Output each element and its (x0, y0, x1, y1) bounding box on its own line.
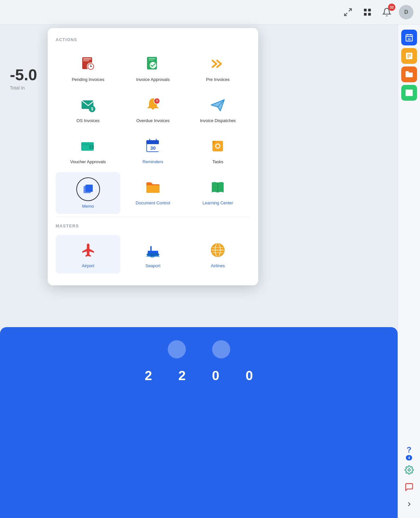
seaport-label: Seaport (145, 263, 161, 268)
reminders-icon: 30 (143, 136, 163, 156)
metric-label: Total In (10, 85, 37, 91)
actions-grid: Pending Invoices Invoice Approvals (56, 49, 250, 214)
tasks-label: Tasks (212, 159, 223, 164)
menu-item-seaport[interactable]: Seaport (120, 235, 185, 273)
pending-invoices-icon (78, 54, 98, 74)
svg-point-24 (90, 66, 91, 67)
svg-text:30: 30 (150, 145, 156, 151)
panel-num-1: 2 (145, 368, 152, 383)
menu-item-reminders[interactable]: 30 Reminders (120, 131, 185, 169)
learning-center-icon (208, 177, 228, 197)
learning-center-label: Learning Center (203, 200, 233, 205)
svg-marker-39 (211, 100, 224, 111)
menu-item-pending-invoices[interactable]: Pending Invoices (56, 49, 120, 87)
menu-item-invoice-approvals[interactable]: Invoice Approvals (120, 49, 185, 87)
sidebar-bottom: ? 4 (402, 446, 416, 518)
document-control-label: Document Control (136, 200, 170, 205)
menu-item-tasks[interactable]: Tasks (185, 131, 250, 169)
expand-button[interactable] (341, 5, 355, 19)
panel-num-2: 2 (178, 368, 185, 383)
svg-line-0 (349, 9, 351, 12)
menu-item-airlines[interactable]: Airlines (185, 235, 250, 273)
svg-point-43 (90, 146, 92, 148)
svg-rect-3 (368, 9, 371, 12)
menu-item-voucher-approvals[interactable]: Voucher Approvals (56, 131, 120, 169)
reminders-label: Reminders (143, 159, 163, 164)
sidebar-icon-book[interactable] (401, 85, 417, 101)
pre-invoices-icon (208, 54, 228, 74)
menu-item-document-control[interactable]: Document Control (120, 172, 185, 214)
sidebar-expand-button[interactable] (402, 497, 416, 511)
svg-rect-26 (149, 58, 155, 59)
document-control-icon (143, 177, 163, 197)
svg-text:$: $ (91, 107, 93, 111)
seaport-icon (143, 240, 163, 260)
invoice-dispatches-label: Invoice Dispatches (200, 118, 236, 123)
voucher-approvals-icon (78, 136, 98, 156)
voucher-approvals-label: Voucher Approvals (70, 159, 106, 164)
svg-point-36 (156, 101, 157, 102)
sidebar-chat-button[interactable] (402, 480, 416, 494)
memo-circle (76, 177, 100, 201)
sidebar-icon-note[interactable] (401, 48, 417, 64)
airport-icon (78, 240, 98, 260)
panel-num-3: 0 (212, 368, 219, 383)
notification-wrapper: 32 (380, 5, 394, 19)
notification-badge: 32 (388, 4, 395, 11)
blue-panel-numbers: 2 2 0 0 (145, 368, 253, 383)
panel-num-4: 0 (246, 368, 253, 383)
masters-section-label: MASTERS (56, 223, 250, 228)
overdue-invoices-icon (143, 95, 163, 115)
blue-dot-2 (212, 340, 230, 358)
avatar[interactable]: D (399, 5, 413, 19)
menu-item-learning-center[interactable]: Learning Center (185, 172, 250, 214)
pre-invoices-label: Pre Invoices (206, 77, 230, 82)
os-invoices-icon: $ (78, 95, 98, 115)
svg-rect-2 (364, 9, 367, 12)
svg-point-15 (408, 469, 410, 471)
blue-panel: 2 2 0 0 (0, 327, 398, 518)
svg-rect-57 (150, 246, 152, 251)
grid-button[interactable] (360, 5, 375, 19)
menu-item-memo[interactable]: Memo (56, 172, 120, 214)
svg-text:30: 30 (408, 38, 411, 41)
airlines-icon (208, 240, 228, 260)
svg-point-60 (147, 253, 159, 255)
sidebar-settings-button[interactable] (402, 463, 416, 477)
svg-rect-18 (83, 60, 89, 61)
svg-rect-45 (146, 140, 159, 144)
masters-grid: Airport Seaport (56, 235, 250, 273)
blue-dot-1 (168, 340, 186, 358)
invoice-approvals-label: Invoice Approvals (136, 77, 170, 82)
invoice-dispatches-icon (208, 95, 228, 115)
svg-rect-55 (86, 185, 93, 192)
memo-label: Memo (82, 204, 94, 209)
tasks-icon (208, 136, 228, 156)
svg-rect-4 (364, 13, 367, 15)
blue-panel-dots (168, 340, 230, 358)
actions-section-label: ACTIONS (56, 37, 250, 42)
dropdown-menu: ACTIONS Pending Invoices (48, 28, 258, 285)
background-metric: -5.0 Total In (10, 66, 37, 91)
sidebar-help-button[interactable]: ? 4 (402, 446, 416, 460)
menu-item-os-invoices[interactable]: $ OS Invoices (56, 90, 120, 128)
sidebar-icon-calendar[interactable]: 30 (401, 30, 417, 45)
svg-line-1 (345, 13, 347, 15)
svg-rect-17 (83, 58, 91, 60)
overdue-invoices-label: Overdue Invoices (136, 118, 169, 123)
menu-item-invoice-dispatches[interactable]: Invoice Dispatches (185, 90, 250, 128)
pending-invoices-label: Pending Invoices (72, 77, 104, 82)
os-invoices-label: OS Invoices (77, 118, 100, 123)
svg-rect-41 (81, 143, 94, 145)
sidebar-icon-folder[interactable] (401, 66, 417, 82)
menu-item-overdue-invoices[interactable]: Overdue Invoices (120, 90, 185, 128)
section-divider (56, 217, 250, 217)
metric-value: -5.0 (10, 66, 37, 84)
invoice-approvals-icon (143, 54, 163, 74)
right-sidebar: 30 ? 4 (398, 25, 420, 518)
menu-item-pre-invoices[interactable]: Pre Invoices (185, 49, 250, 87)
airport-label: Airport (82, 263, 94, 268)
svg-rect-27 (149, 60, 153, 61)
menu-item-airport[interactable]: Airport (56, 235, 120, 273)
header-bar: 32 D (0, 0, 420, 25)
